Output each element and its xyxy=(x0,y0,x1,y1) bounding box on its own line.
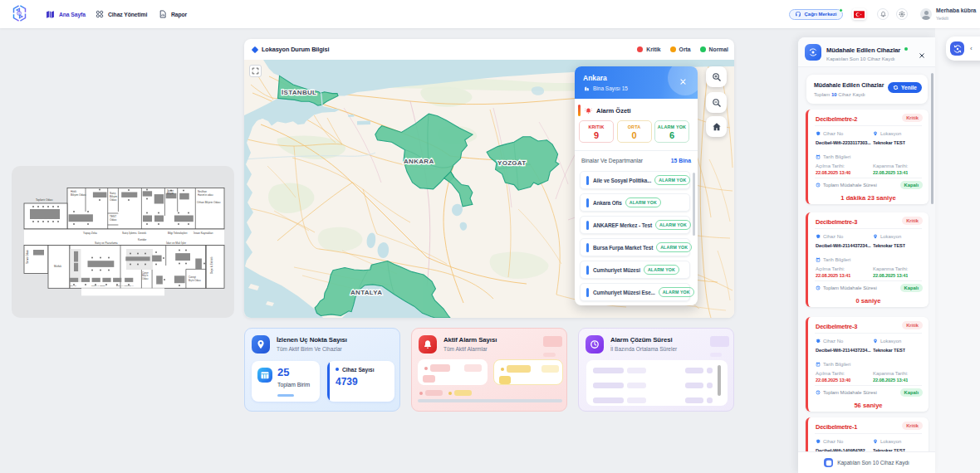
svg-text:Satış İşlems. Destek: Satış İşlems. Destek xyxy=(122,231,146,235)
svg-text:Odası: Odası xyxy=(110,198,117,202)
svg-text:ANKARA: ANKARA xyxy=(404,158,434,165)
svg-text:Koridor: Koridor xyxy=(138,238,147,241)
svg-text:Bilişim: Bilişim xyxy=(167,192,174,195)
svg-text:Yapay Zeka: Yapay Zeka xyxy=(83,232,97,235)
svg-text:İSTANBUL: İSTANBUL xyxy=(282,89,316,96)
svg-text:Depo & Elektrik: Depo & Elektrik xyxy=(210,256,213,274)
svg-text:Orhan Bilşirin Odası: Orhan Bilşirin Odası xyxy=(197,201,221,204)
svg-text:İdari ve Mali İşler: İdari ve Mali İşler xyxy=(166,241,187,245)
svg-text:ANTALYA: ANTALYA xyxy=(350,289,382,296)
svg-text:Hanım'ın odası: Hanım'ın odası xyxy=(198,193,213,197)
svg-text:Odası: Odası xyxy=(142,277,149,280)
svg-text:Tmr. Ya.: Tmr. Ya. xyxy=(70,285,76,286)
svg-text:Odası: Odası xyxy=(110,218,117,222)
svg-text:Elan. Ay. Hüsnü B.Ay.: Elan. Ay. Hüsnü B.Ay. xyxy=(116,285,134,286)
svg-text:Bilgi Teknolojileri: Bilgi Teknolojileri xyxy=(168,232,188,235)
svg-text:Toplantı Odası: Toplantı Odası xyxy=(36,198,53,202)
svg-text:Mutfak: Mutfak xyxy=(54,265,62,268)
svg-text:Satış ve Pazarlama: Satış ve Pazarlama xyxy=(95,241,118,245)
svg-text:YOZGAT: YOZGAT xyxy=(497,159,527,167)
svg-text:İnsan Kaynakları: İnsan Kaynakları xyxy=(194,231,213,235)
svg-text:Servis Odası: Servis Odası xyxy=(26,250,29,264)
svg-text:Bişi'n Odası: Bişi'n Odası xyxy=(189,279,201,282)
svg-text:Bilişim Odası: Bilişim Odası xyxy=(71,193,86,197)
